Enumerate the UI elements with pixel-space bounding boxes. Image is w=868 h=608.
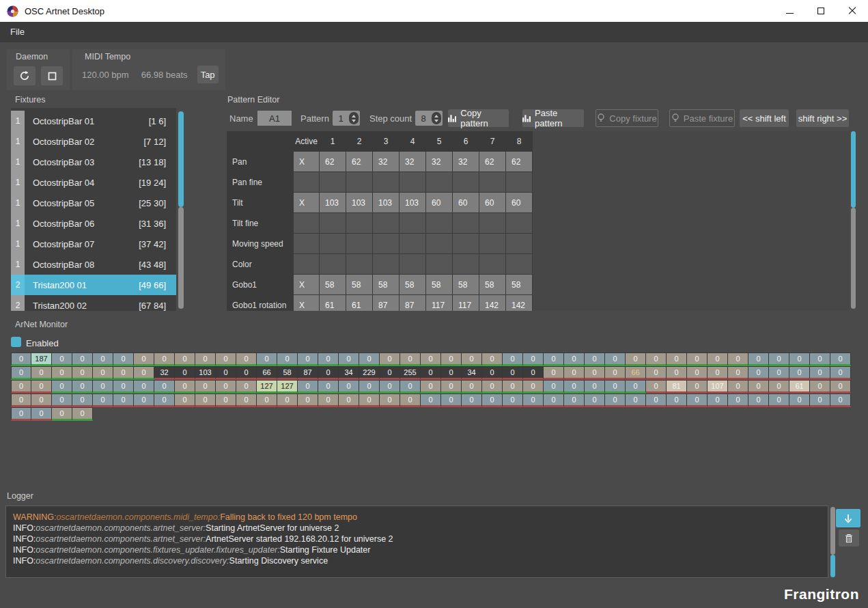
step-cell[interactable] (346, 213, 373, 234)
step-cell[interactable] (479, 254, 506, 275)
monitor-enabled-checkbox[interactable] (11, 337, 21, 347)
step-cell[interactable]: 58 (373, 275, 400, 295)
step-cell[interactable]: 60 (506, 193, 533, 213)
step-cell[interactable] (426, 213, 453, 234)
step-cell[interactable] (479, 234, 506, 254)
step-cell[interactable] (320, 172, 346, 193)
step-cell[interactable] (479, 172, 506, 193)
step-cell[interactable] (373, 254, 400, 275)
step-cell[interactable]: 58 (400, 275, 426, 295)
step-cell[interactable] (320, 234, 346, 254)
step-count-spinbox[interactable]: 8 (415, 111, 443, 126)
fixture-row[interactable]: 1OctostripBar 02[7 12] (11, 131, 176, 152)
step-cell[interactable]: 58 (346, 275, 373, 295)
active-cell[interactable]: X (294, 152, 320, 172)
step-cell[interactable]: 117 (453, 295, 479, 311)
pattern-spinbox-arrows[interactable] (349, 112, 359, 124)
fixture-row[interactable]: 1OctostripBar 01[1 6] (11, 111, 176, 131)
logger-scrollbar-thumb[interactable] (830, 555, 835, 577)
step-cell[interactable] (426, 254, 453, 275)
step-cell[interactable] (479, 213, 506, 234)
step-cell[interactable]: 58 (453, 275, 479, 295)
step-cell[interactable]: 62 (320, 152, 346, 172)
copy-pattern-button[interactable]: Copy pattern (448, 109, 509, 127)
daemon-restart-button[interactable] (14, 66, 36, 85)
step-cell[interactable]: 58 (426, 275, 453, 295)
step-cell[interactable] (426, 172, 453, 193)
fixtures-scrollbar-thumb[interactable] (178, 111, 184, 207)
pattern-name-input[interactable]: A1 (257, 111, 292, 126)
step-cell[interactable]: 60 (479, 193, 506, 213)
shift-right-button[interactable]: shift right >> (796, 109, 849, 127)
fixture-row[interactable]: 2Tristan200 01[49 66] (11, 275, 176, 295)
step-cell[interactable]: 58 (320, 275, 346, 295)
daemon-stop-button[interactable] (41, 66, 63, 85)
fixture-row[interactable]: 1OctostripBar 05[25 30] (11, 193, 176, 213)
step-cell[interactable]: 103 (373, 193, 400, 213)
menu-file[interactable]: File (0, 22, 35, 42)
step-cell[interactable] (320, 254, 346, 275)
step-cell[interactable] (373, 234, 400, 254)
step-cell[interactable]: 61 (320, 295, 346, 311)
step-cell[interactable] (506, 172, 533, 193)
step-cell[interactable] (400, 172, 426, 193)
step-cell[interactable]: 32 (373, 152, 400, 172)
tap-tempo-button[interactable]: Tap (197, 66, 219, 83)
step-cell[interactable]: 103 (400, 193, 426, 213)
step-cell[interactable] (426, 234, 453, 254)
step-cell[interactable]: 32 (400, 152, 426, 172)
fixture-row[interactable]: 1OctostripBar 07[37 42] (11, 234, 176, 254)
pattern-spinbox[interactable]: 1 (333, 111, 360, 126)
active-cell[interactable] (294, 172, 320, 193)
active-cell[interactable]: X (294, 193, 320, 213)
logger-clear-button[interactable] (839, 529, 859, 547)
fixture-row[interactable]: 1OctostripBar 06[31 36] (11, 213, 176, 234)
shift-left-button[interactable]: << shift left (740, 109, 789, 127)
copy-fixture-button[interactable]: Copy fixture (596, 109, 658, 127)
step-cell[interactable] (453, 234, 479, 254)
active-cell[interactable] (294, 234, 320, 254)
step-cell[interactable] (453, 254, 479, 275)
logger-scrollbar-track[interactable] (830, 507, 835, 555)
step-cell[interactable] (400, 234, 426, 254)
paste-fixture-button[interactable]: Paste fixture (669, 109, 735, 127)
logger-scroll-to-bottom-button[interactable] (836, 509, 860, 527)
step-cell[interactable]: 58 (479, 275, 506, 295)
step-cell[interactable] (373, 172, 400, 193)
step-cell[interactable] (506, 254, 533, 275)
step-cell[interactable] (506, 213, 533, 234)
step-cell[interactable]: 60 (426, 193, 453, 213)
step-count-spinbox-arrows[interactable] (432, 112, 441, 124)
step-cell[interactable]: 117 (426, 295, 453, 311)
close-button[interactable] (837, 0, 868, 22)
step-cell[interactable]: 142 (506, 295, 533, 311)
step-cell[interactable] (453, 213, 479, 234)
fixtures-scrollbar-track[interactable] (178, 207, 184, 309)
step-cell[interactable]: 62 (346, 152, 373, 172)
step-cell[interactable] (453, 172, 479, 193)
step-cell[interactable]: 87 (400, 295, 426, 311)
step-cell[interactable]: 32 (426, 152, 453, 172)
active-cell[interactable] (294, 254, 320, 275)
step-cell[interactable]: 142 (479, 295, 506, 311)
step-cell[interactable]: 32 (453, 152, 479, 172)
pattern-scrollbar-track[interactable] (851, 208, 856, 309)
step-cell[interactable]: 62 (479, 152, 506, 172)
step-cell[interactable]: 103 (346, 193, 373, 213)
step-cell[interactable] (320, 213, 346, 234)
step-cell[interactable]: 87 (373, 295, 400, 311)
step-cell[interactable]: 103 (320, 193, 346, 213)
step-cell[interactable] (506, 234, 533, 254)
step-cell[interactable]: 61 (346, 295, 373, 311)
step-cell[interactable] (346, 234, 373, 254)
fixture-row[interactable]: 1OctostripBar 04[19 24] (11, 172, 176, 193)
step-cell[interactable] (373, 213, 400, 234)
step-cell[interactable]: 58 (506, 275, 533, 295)
step-cell[interactable]: 62 (506, 152, 533, 172)
step-cell[interactable]: 60 (453, 193, 479, 213)
paste-pattern-button[interactable]: Paste pattern (522, 109, 584, 127)
fixture-row[interactable]: 1OctostripBar 03[13 18] (11, 152, 176, 172)
pattern-scrollbar-thumb[interactable] (851, 131, 856, 208)
fixture-row[interactable]: 2Tristan200 02[67 84] (11, 295, 176, 311)
active-cell[interactable]: X (294, 275, 320, 295)
